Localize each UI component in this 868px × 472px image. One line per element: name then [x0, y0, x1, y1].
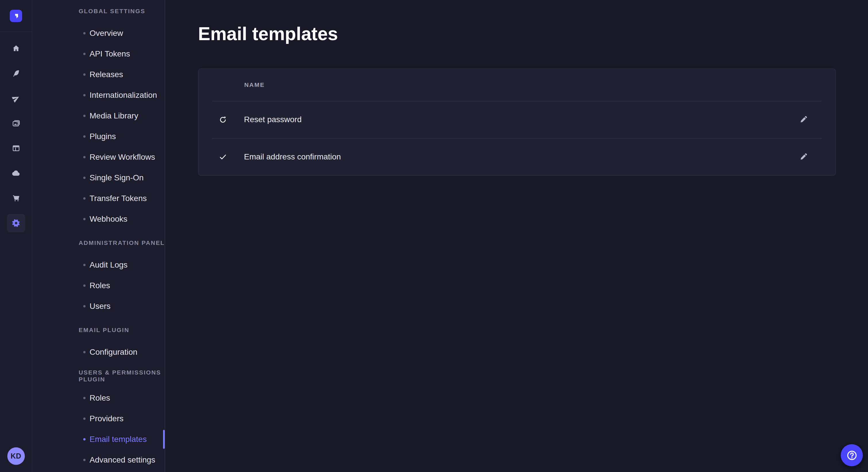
releases-icon[interactable]	[0, 86, 32, 111]
bullet-icon	[83, 305, 86, 307]
refresh-icon	[217, 114, 228, 125]
sidebar-item-label: Media Library	[90, 111, 138, 121]
settings-active-pill	[7, 214, 25, 232]
sidebar-section-header: USERS & PERMISSIONS PLUGIN	[32, 370, 165, 382]
sidebar-item-audit-logs[interactable]: Audit Logs	[32, 255, 165, 275]
sidebar-item-webhooks[interactable]: Webhooks	[32, 209, 165, 229]
edit-button[interactable]	[797, 150, 810, 163]
bullet-icon	[83, 135, 86, 138]
rail-nav-list	[0, 36, 32, 235]
sidebar-item-transfer-tokens[interactable]: Transfer Tokens	[32, 188, 165, 209]
pencil-icon	[799, 153, 808, 161]
media-library-icon[interactable]	[0, 111, 32, 136]
sidebar-item-label: Email templates	[90, 435, 147, 444]
sidebar-item-label: Audit Logs	[90, 260, 127, 270]
pencil-icon	[799, 115, 808, 124]
sidebar-item-label: Advanced settings	[90, 456, 155, 465]
sidebar-item-roles[interactable]: Roles	[32, 388, 165, 408]
main-nav-rail: KD	[0, 0, 32, 472]
sidebar-item-releases[interactable]: Releases	[32, 64, 165, 85]
bullet-icon	[83, 73, 86, 76]
bullet-icon	[83, 284, 86, 287]
sidebar-item-label: API Tokens	[90, 49, 130, 59]
sidebar-item-providers[interactable]: Providers	[32, 408, 165, 429]
table-header-row: NAME	[198, 69, 836, 101]
bullet-icon	[83, 351, 86, 353]
bullet-icon	[83, 115, 86, 117]
table-row[interactable]: Reset password	[198, 101, 836, 138]
template-name: Reset password	[244, 115, 302, 124]
sidebar-section-header: GLOBAL SETTINGS	[32, 5, 165, 17]
sidebar-item-label: Internationalization	[90, 91, 157, 100]
bullet-icon	[83, 459, 86, 461]
content-manager-icon[interactable]	[0, 61, 32, 86]
strapi-logo-icon[interactable]	[10, 10, 22, 22]
bullet-icon	[83, 438, 86, 440]
bullet-icon	[83, 218, 86, 220]
sidebar-item-roles[interactable]: Roles	[32, 275, 165, 296]
edit-button[interactable]	[797, 113, 810, 126]
sidebar-section-header: ADMINISTRATION PANEL	[32, 237, 165, 248]
sidebar-item-label: Review Workflows	[90, 153, 155, 162]
sidebar-item-single-sign-on[interactable]: Single Sign-On	[32, 167, 165, 188]
sidebar-item-api-tokens[interactable]: API Tokens	[32, 43, 165, 64]
bullet-icon	[83, 156, 86, 158]
sidebar-item-label: Overview	[90, 29, 123, 38]
sidebar-item-media-library[interactable]: Media Library	[32, 105, 165, 126]
bullet-icon	[83, 177, 86, 179]
email-templates-table: NAME Reset password	[198, 69, 836, 176]
sidebar-item-label: Plugins	[90, 132, 116, 141]
main-content: Email templates NAME Reset password	[165, 0, 868, 472]
sidebar-item-configuration[interactable]: Configuration	[32, 342, 165, 363]
sidebar-item-label: Configuration	[90, 347, 137, 357]
home-icon[interactable]	[0, 36, 32, 61]
sidebar-section-email-plugin: EMAIL PLUGINConfiguration	[32, 324, 165, 363]
logo-section	[0, 0, 32, 32]
bullet-icon	[83, 32, 86, 34]
template-name: Email address confirmation	[244, 152, 341, 162]
sidebar-item-label: Roles	[90, 281, 110, 290]
sidebar-item-label: Webhooks	[90, 214, 127, 224]
sidebar-item-review-workflows[interactable]: Review Workflows	[32, 147, 165, 167]
table-row[interactable]: Email address confirmation	[198, 138, 836, 175]
bullet-icon	[83, 397, 86, 399]
sidebar-item-internationalization[interactable]: Internationalization	[32, 85, 165, 105]
sidebar-item-advanced-settings[interactable]: Advanced settings	[32, 450, 165, 470]
sidebar-item-email-templates[interactable]: Email templates	[32, 429, 165, 450]
sidebar-item-users[interactable]: Users	[32, 296, 165, 316]
bullet-icon	[83, 264, 86, 266]
name-column-header: NAME	[244, 81, 265, 88]
settings-sidebar: GLOBAL SETTINGSOverviewAPI TokensRelease…	[32, 0, 165, 472]
sidebar-item-label: Releases	[90, 70, 123, 79]
bullet-icon	[83, 94, 86, 96]
sidebar-item-overview[interactable]: Overview	[32, 23, 165, 43]
settings-sidebar-list: GLOBAL SETTINGSOverviewAPI TokensRelease…	[32, 5, 165, 470]
strapi-glyph-icon	[12, 11, 20, 20]
sidebar-item-label: Single Sign-On	[90, 173, 144, 182]
question-circle-icon	[846, 449, 858, 461]
settings-icon[interactable]	[0, 210, 32, 235]
sidebar-item-label: Users	[90, 302, 111, 311]
marketplace-icon[interactable]	[0, 186, 32, 210]
bullet-icon	[83, 417, 86, 420]
sidebar-section-users-permissions-plugin: USERS & PERMISSIONS PLUGINRolesProviders…	[32, 370, 165, 470]
bullet-icon	[83, 197, 86, 200]
sidebar-item-label: Providers	[90, 414, 123, 423]
sidebar-section-administration-panel: ADMINISTRATION PANELAudit LogsRolesUsers	[32, 237, 165, 316]
check-icon	[217, 151, 228, 163]
sidebar-section-global-settings: GLOBAL SETTINGSOverviewAPI TokensRelease…	[32, 5, 165, 229]
sidebar-item-label: Transfer Tokens	[90, 194, 147, 203]
deploy-icon[interactable]	[0, 161, 32, 186]
content-type-builder-icon[interactable]	[0, 136, 32, 161]
bullet-icon	[83, 53, 86, 55]
page-title: Email templates	[198, 24, 868, 45]
sidebar-item-label: Roles	[90, 394, 110, 403]
avatar[interactable]: KD	[7, 447, 25, 465]
sidebar-section-header: EMAIL PLUGIN	[32, 324, 165, 336]
help-button[interactable]	[841, 444, 863, 466]
sidebar-item-plugins[interactable]: Plugins	[32, 126, 165, 147]
